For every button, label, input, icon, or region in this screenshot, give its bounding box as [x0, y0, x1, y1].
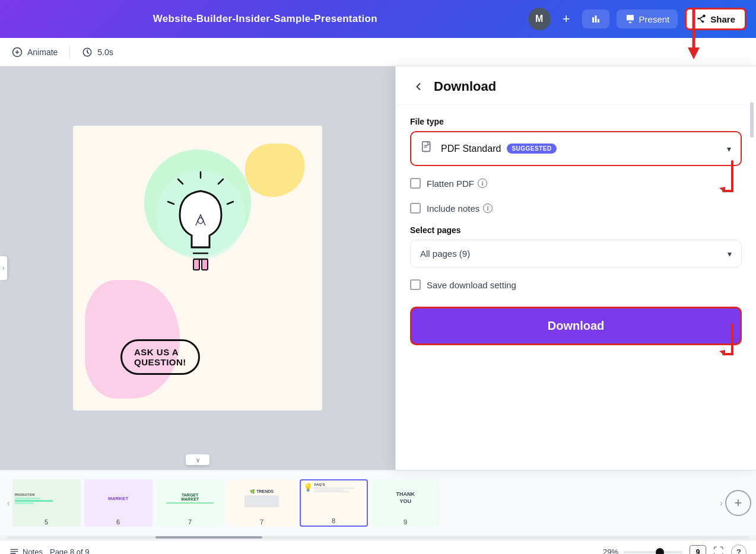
toolbar: Animate 5.0s [0, 38, 756, 66]
ask-button: ASK US A QUESTION! [120, 339, 200, 375]
horizontal-scrollbar[interactable] [0, 535, 756, 540]
thumbnails-list: PRODUCTION 5 MARKET 6 TARGETMARKET 7 [12, 479, 718, 527]
present-icon [625, 14, 636, 24]
present-button[interactable]: Present [617, 9, 678, 28]
zoom-level: 29% [603, 547, 618, 554]
thumbnail-num: 5 [45, 518, 48, 526]
duration-control[interactable]: 5.0s [82, 47, 113, 58]
page-indicator: Page 8 of 9 [50, 547, 90, 554]
notes-icon [9, 547, 19, 555]
panel-scrollbar[interactable] [750, 102, 754, 434]
flatten-pdf-checkbox[interactable] [410, 178, 421, 189]
flatten-pdf-info-icon[interactable]: i [478, 179, 487, 188]
panel-body: File type PDF Standard SUGGESTED ▾ Flatt… [396, 105, 756, 470]
clock-icon [82, 47, 93, 58]
canvas-area: › [0, 66, 395, 470]
thumbnail-num: 8 [332, 517, 335, 524]
download-button[interactable]: Download [410, 307, 742, 345]
include-notes-label: Include notes i [427, 203, 493, 214]
app-header: Website-Builder-Insider-Sample-Presentat… [0, 0, 756, 38]
pdf-icon [421, 141, 434, 157]
save-setting-checkbox[interactable] [410, 279, 421, 290]
svg-rect-7 [202, 259, 208, 270]
main-area: › [0, 66, 756, 470]
svg-rect-13 [423, 142, 430, 152]
slide-canvas: ASK US A QUESTION! [73, 126, 322, 410]
file-type-label: File type [410, 117, 742, 126]
help-button[interactable]: ? [731, 545, 747, 555]
thumbnail-6[interactable]: MARKET 6 [84, 479, 153, 527]
thumbnail-num: 7 [188, 518, 192, 526]
select-pages-label: Select pages [410, 225, 742, 235]
share-icon [696, 14, 707, 24]
user-avatar[interactable]: M [528, 8, 551, 30]
thumbnails-strip: ‹ PRODUCTION 5 MARKET 6 TARGET [0, 470, 756, 535]
file-type-value: PDF Standard SUGGESTED [441, 144, 720, 154]
animate-button[interactable]: Animate [12, 47, 58, 58]
flatten-pdf-label: Flatten PDF i [427, 179, 487, 189]
pages-value: All pages (9) [420, 249, 470, 259]
left-panel-toggle[interactable]: › [0, 256, 7, 280]
header-title: Website-Builder-Insider-Sample-Presentat… [9, 13, 521, 25]
panel-title: Download [434, 79, 496, 94]
download-panel: Download File type PDF Standard SUGGESTE… [395, 66, 756, 470]
panel-collapse-handle[interactable]: ∨ [186, 454, 209, 465]
file-type-section: File type PDF Standard SUGGESTED ▾ [410, 117, 742, 166]
analytics-icon [590, 14, 601, 24]
include-notes-checkbox[interactable] [410, 203, 421, 214]
back-arrow-icon [412, 81, 424, 93]
share-button[interactable]: Share [685, 8, 747, 30]
file-type-selector[interactable]: PDF Standard SUGGESTED ▾ [410, 131, 742, 166]
thumbnail-num: 9 [404, 518, 407, 526]
flatten-pdf-row: Flatten PDF i [410, 176, 742, 191]
chevron-down-icon: ▾ [727, 144, 731, 154]
save-setting-row: Save download setting [410, 277, 742, 292]
thumbnail-5[interactable]: PRODUCTION 5 [12, 479, 81, 527]
thumbnail-9[interactable]: THANKYOU 9 [371, 479, 440, 527]
thumbnail-trends[interactable]: 🌿 TRENDS 7 [228, 479, 296, 527]
add-collaborator-button[interactable]: + [558, 9, 575, 29]
notes-button[interactable]: Notes [9, 547, 43, 555]
animate-icon [12, 47, 23, 58]
scroll-left-button[interactable]: ‹ [5, 496, 12, 510]
include-notes-info-icon[interactable]: i [483, 203, 493, 213]
suggested-badge: SUGGESTED [507, 144, 556, 154]
save-setting-label: Save download setting [427, 280, 516, 290]
select-pages-section: Select pages All pages (9) ▾ [410, 225, 742, 268]
back-button[interactable] [410, 78, 427, 95]
svg-rect-6 [193, 259, 199, 270]
scroll-right-button[interactable]: › [717, 496, 725, 510]
pages-selector[interactable]: All pages (9) ▾ [410, 240, 742, 268]
pages-chevron-icon: ▾ [728, 249, 732, 259]
panel-header: Download [396, 66, 756, 105]
add-page-button[interactable]: + [725, 490, 751, 516]
page-box: 9 [690, 545, 706, 555]
analytics-button[interactable] [582, 9, 609, 28]
zoom-slider[interactable] [623, 551, 682, 553]
expand-button[interactable]: ⛶ [713, 546, 724, 554]
thumbnail-7[interactable]: TARGETMARKET 7 [156, 479, 224, 527]
status-bar: Notes Page 8 of 9 29% 9 ⛶ ? [0, 540, 756, 554]
include-notes-row: Include notes i [410, 200, 742, 216]
thumbnail-num: 6 [116, 518, 120, 526]
thumbnail-8[interactable]: 💡 FAQ'S 8 [300, 479, 368, 527]
thumbnail-num: 7 [260, 518, 263, 526]
lightbulb-illustration [138, 161, 263, 304]
